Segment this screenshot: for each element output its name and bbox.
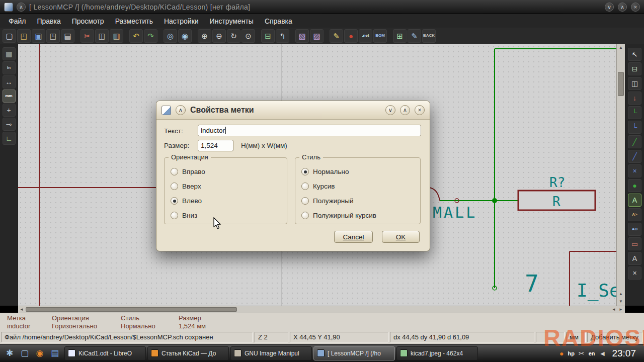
hp-tray-icon[interactable]: hp — [568, 350, 575, 356]
klipper-tray-icon[interactable]: ✂ — [579, 349, 585, 357]
paste-icon[interactable]: ▥ — [110, 29, 123, 43]
scroll-up-arrow[interactable]: ▲ — [617, 44, 625, 51]
sheet-label-text[interactable]: I_Se — [577, 280, 616, 301]
delete-icon[interactable]: × — [628, 266, 641, 280]
menu-item[interactable]: Инструменты — [204, 15, 259, 27]
style-radio-option[interactable]: Полужирный — [301, 194, 420, 208]
volume-icon[interactable]: ◄ — [599, 349, 606, 357]
add-component-icon[interactable]: ◫ — [628, 77, 641, 90]
select-cursor-icon[interactable]: ↖ — [628, 48, 641, 61]
units-inch-icon[interactable]: In — [3, 61, 16, 74]
scroll-left-arrow[interactable]: ◄ — [18, 306, 25, 313]
add-power-icon[interactable]: ↓ — [628, 92, 641, 105]
save-icon[interactable]: ▣ — [32, 29, 45, 43]
back-annotate-icon[interactable]: BACK — [422, 29, 436, 43]
menu-item[interactable]: Разместить — [110, 15, 158, 27]
taskbar-window-button[interactable]: kicad7.jpeg - 462x4 — [396, 346, 478, 360]
erc-icon[interactable]: ● — [344, 29, 358, 43]
partial-label-text[interactable]: MALL — [433, 204, 477, 221]
zoom-redraw-icon[interactable]: ↻ — [227, 29, 240, 43]
undo-icon[interactable]: ↶ — [129, 29, 143, 43]
copy-icon[interactable]: ◫ — [95, 29, 109, 43]
print-icon[interactable]: ▤ — [61, 29, 74, 43]
kde-menu-icon[interactable]: ✱ — [3, 347, 16, 360]
scroll-right-arrow[interactable]: ► — [617, 306, 624, 313]
vertical-scroll-thumb[interactable] — [618, 72, 624, 96]
add-text-icon[interactable]: A — [628, 252, 641, 265]
window-shade-button[interactable]: ∧ — [17, 3, 26, 12]
dialog-shade-button[interactable]: ∧ — [176, 105, 186, 115]
add-label-icon[interactable]: A — [628, 194, 641, 207]
size-input[interactable]: 1,524 — [198, 140, 233, 151]
no-connect-icon[interactable]: × — [628, 164, 641, 177]
menu-item[interactable]: Настройки — [158, 15, 204, 27]
library-editor-icon[interactable]: ▧ — [295, 29, 309, 43]
horizontal-scroll-thumb[interactable] — [26, 307, 237, 312]
netlist-icon[interactable]: .net — [359, 29, 372, 43]
dialog-up-button[interactable]: ∧ — [400, 105, 410, 115]
leave-sheet-icon[interactable]: ↰ — [276, 29, 289, 43]
radio-button[interactable] — [301, 168, 309, 175]
taskbar-window-button[interactable]: GNU Image Manipul — [230, 346, 312, 360]
style-radio-option[interactable]: Курсив — [301, 179, 420, 194]
menu-item[interactable]: Справка — [259, 15, 298, 27]
amarok-tray-icon[interactable]: ● — [559, 349, 564, 357]
find-icon[interactable]: ◎ — [164, 29, 177, 43]
orientation-radio-option[interactable]: Вниз — [171, 208, 287, 223]
orientation-radio-option[interactable]: Вправо — [171, 164, 287, 179]
junction-icon[interactable]: ● — [628, 179, 641, 192]
scroll-down-arrow[interactable]: ▼ — [617, 298, 625, 305]
add-global-label-icon[interactable]: A> — [628, 208, 641, 221]
new-schematic-icon[interactable]: ▢ — [3, 29, 16, 43]
radio-button[interactable] — [171, 212, 178, 219]
resistor-reference-text[interactable]: R? — [549, 175, 565, 190]
cancel-button[interactable]: Cancel — [334, 231, 373, 243]
edit-fields-icon[interactable]: ✎ — [408, 29, 421, 43]
menu-item[interactable]: Файл — [3, 15, 31, 27]
vertical-scrollbar[interactable]: ▲ ▲ ▼ — [616, 44, 625, 306]
show-desktop-icon[interactable]: ▢ — [18, 347, 31, 360]
add-hierarchical-label-icon[interactable]: AD — [628, 223, 641, 236]
firefox-icon[interactable]: ◉ — [33, 347, 46, 360]
units-mm-icon[interactable]: mm — [3, 89, 16, 103]
orientation-radio-option[interactable]: Влево — [171, 194, 287, 208]
add-bus-icon[interactable]: └ — [628, 121, 641, 134]
keyboard-layout-indicator[interactable]: en — [589, 350, 595, 356]
radio-button[interactable] — [301, 183, 309, 190]
grid-toggle-icon[interactable]: ▦ — [3, 47, 16, 60]
footprint-assign-icon[interactable]: ⊞ — [393, 29, 407, 43]
radio-button[interactable] — [171, 183, 178, 190]
ok-button[interactable]: OK — [382, 231, 420, 243]
open-schematic-icon[interactable]: ◰ — [17, 29, 31, 43]
radio-button[interactable] — [301, 212, 309, 219]
scroll-up-arrow-2[interactable]: ▲ — [617, 291, 625, 298]
cursor-shape-icon[interactable]: ↔ — [3, 75, 16, 88]
menu-item[interactable]: Просмотр — [66, 15, 110, 27]
annotate-icon[interactable]: ✎ — [330, 29, 343, 43]
scroll-left-arrow-2[interactable]: ◄ — [610, 306, 617, 313]
redo-icon[interactable]: ↷ — [144, 29, 157, 43]
window-maximize-button[interactable]: ∧ — [618, 3, 627, 12]
dialog-close-button[interactable]: × — [415, 105, 425, 115]
hidden-pins-icon[interactable]: ⊸ — [3, 118, 16, 131]
resistor-value-text[interactable]: R — [552, 194, 560, 209]
bus-entry-icon[interactable]: ╱ — [628, 150, 641, 163]
radio-button[interactable] — [301, 197, 309, 205]
taskbar-window-button[interactable]: Статья KiCad — До — [147, 346, 229, 360]
bom-icon[interactable]: BOM — [373, 29, 387, 43]
crosshair-cursor-icon[interactable]: + — [3, 104, 16, 117]
wire-entry-icon[interactable]: ╱ — [628, 135, 641, 148]
documents-icon[interactable]: ▤ — [48, 347, 61, 360]
dialog-down-button[interactable]: ∨ — [385, 105, 395, 115]
taskbar-window-button[interactable]: [ LessonMCP /] (/ho — [313, 346, 395, 360]
orientation-radio-option[interactable]: Вверх — [171, 179, 287, 194]
style-radio-option[interactable]: Нормально — [301, 164, 420, 179]
hv-wires-icon[interactable]: ∟ — [3, 132, 16, 145]
taskbar-window-button[interactable]: KiCad1.odt - LibreO — [64, 346, 146, 360]
find-replace-icon[interactable]: ◉ — [178, 29, 192, 43]
hierarchy-navigator-icon[interactable]: ⊟ — [261, 29, 275, 43]
page-settings-icon[interactable]: ◳ — [46, 29, 60, 43]
cut-icon[interactable]: ✂ — [80, 29, 94, 43]
radio-button[interactable] — [171, 168, 178, 175]
add-sheet-icon[interactable]: ▭ — [628, 237, 641, 250]
